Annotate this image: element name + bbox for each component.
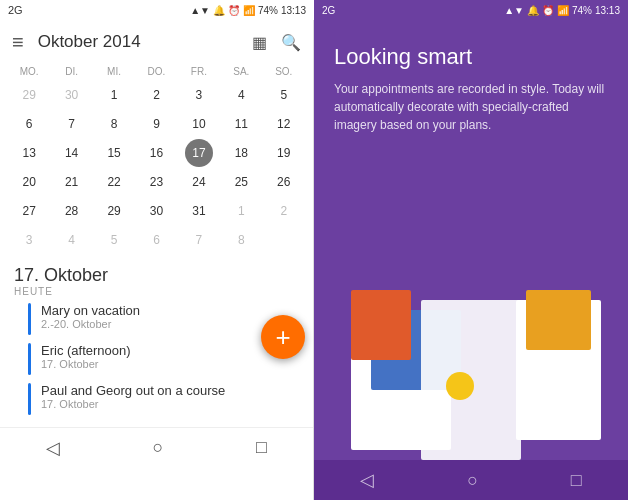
main-content: ≡ Oktober 2014 ▦ 🔍 MO. DI. MI. DO. FR. S… (0, 20, 628, 500)
cal-day[interactable]: 27 (15, 197, 43, 225)
event-date-sub: HEUTE (14, 286, 299, 297)
day-header-do: DO. (135, 64, 177, 79)
day-header-mi: MI. (93, 64, 135, 79)
cal-day[interactable]: 2 (270, 197, 298, 225)
recent-button-right[interactable]: □ (571, 470, 582, 491)
cal-day[interactable]: 14 (58, 139, 86, 167)
event-date-title: 17. Oktober (14, 265, 299, 286)
cal-day[interactable]: 2 (142, 81, 170, 109)
cal-day[interactable]: 26 (270, 168, 298, 196)
cal-day[interactable]: 3 (185, 81, 213, 109)
cal-day[interactable]: 1 (227, 197, 255, 225)
search-icon[interactable]: 🔍 (281, 33, 301, 52)
day-header-so: SO. (263, 64, 305, 79)
cal-day[interactable]: 31 (185, 197, 213, 225)
back-button[interactable]: ◁ (46, 437, 60, 459)
right-content: Looking smart Your appointments are reco… (314, 20, 628, 255)
event-title: Paul and Georg out on a course (41, 383, 299, 398)
event-details: Mary on vacation 2.-20. Oktober (41, 303, 299, 335)
menu-icon[interactable]: ≡ (12, 31, 24, 54)
back-button-right[interactable]: ◁ (360, 469, 374, 491)
event-time: 2.-20. Oktober (41, 318, 299, 330)
nav-bar-right: ◁ ○ □ (314, 460, 628, 500)
cal-week-5: 27 28 29 30 31 1 2 (8, 197, 305, 225)
event-bar (28, 383, 31, 415)
recent-button[interactable]: □ (256, 437, 267, 458)
calendar-title: Oktober 2014 (38, 32, 252, 52)
left-panel: ≡ Oktober 2014 ▦ 🔍 MO. DI. MI. DO. FR. S… (0, 20, 314, 500)
cal-day[interactable]: 19 (270, 139, 298, 167)
cal-week-3: 13 14 15 16 17 18 19 (8, 139, 305, 167)
right-panel: Looking smart Your appointments are reco… (314, 20, 628, 500)
cal-week-2: 6 7 8 9 10 11 12 (8, 110, 305, 138)
status-bar: 2G ▲▼ 🔔 ⏰ 📶 74% 13:13 2G ▲▼ 🔔 ⏰ 📶 74% 13… (0, 0, 628, 20)
cal-day[interactable]: 18 (227, 139, 255, 167)
cal-day[interactable]: 8 (227, 226, 255, 254)
home-button-right[interactable]: ○ (467, 470, 478, 491)
signal-text-right: 2G (322, 5, 335, 16)
cal-day[interactable]: 7 (185, 226, 213, 254)
status-icons-right2: ▲▼ 🔔 ⏰ 📶 74% 13:13 (504, 5, 620, 16)
cal-day[interactable]: 21 (58, 168, 86, 196)
cal-day[interactable]: 8 (100, 110, 128, 138)
fab-button[interactable]: + (261, 315, 305, 359)
cal-day[interactable]: 1 (100, 81, 128, 109)
event-bar (28, 303, 31, 335)
cal-day[interactable]: 25 (227, 168, 255, 196)
cal-day[interactable]: 11 (227, 110, 255, 138)
cal-day[interactable]: 15 (100, 139, 128, 167)
event-item[interactable]: Mary on vacation 2.-20. Oktober (28, 303, 299, 335)
cal-day[interactable]: 28 (58, 197, 86, 225)
cal-day-today[interactable]: 17 (185, 139, 213, 167)
circle-yellow (446, 372, 474, 400)
cal-week-6: 3 4 5 6 7 8 (8, 226, 305, 254)
cal-day[interactable]: 10 (185, 110, 213, 138)
calendar-view-icon[interactable]: ▦ (252, 33, 267, 52)
cal-day[interactable]: 6 (15, 110, 43, 138)
cal-day[interactable]: 16 (142, 139, 170, 167)
calendar-header: ≡ Oktober 2014 ▦ 🔍 (0, 20, 313, 64)
status-icons-right: ▲▼ 🔔 ⏰ 📶 74% 13:13 (190, 5, 306, 16)
event-item[interactable]: Eric (afternoon) 17. Oktober (28, 343, 299, 375)
right-title: Looking smart (334, 44, 608, 70)
nav-bar-left: ◁ ○ □ (0, 427, 313, 467)
cal-day[interactable]: 3 (15, 226, 43, 254)
home-button[interactable]: ○ (153, 437, 164, 458)
cal-day[interactable]: 4 (58, 226, 86, 254)
cal-day[interactable]: 9 (142, 110, 170, 138)
cal-day[interactable]: 12 (270, 110, 298, 138)
illustration-inner (341, 280, 601, 460)
event-title: Eric (afternoon) (41, 343, 299, 358)
illustration (314, 255, 628, 460)
card-orange-right (526, 290, 591, 350)
cal-day[interactable]: 7 (58, 110, 86, 138)
day-headers: MO. DI. MI. DO. FR. SA. SO. (8, 64, 305, 79)
cal-day[interactable]: 5 (100, 226, 128, 254)
cal-day[interactable] (270, 226, 298, 254)
calendar-grid: MO. DI. MI. DO. FR. SA. SO. 29 30 1 2 3 … (0, 64, 313, 255)
right-description: Your appointments are recorded in style.… (334, 80, 608, 134)
event-section: 17. Oktober HEUTE Mary on vacation 2.-20… (0, 255, 313, 427)
event-details: Eric (afternoon) 17. Oktober (41, 343, 299, 375)
cal-day[interactable]: 13 (15, 139, 43, 167)
cal-day[interactable]: 5 (270, 81, 298, 109)
cal-day[interactable]: 29 (15, 81, 43, 109)
cal-day[interactable]: 30 (58, 81, 86, 109)
cal-day[interactable]: 24 (185, 168, 213, 196)
event-item[interactable]: Paul and Georg out on a course 17. Oktob… (28, 383, 299, 415)
signal-text: 2G (8, 4, 23, 16)
cal-day[interactable]: 23 (142, 168, 170, 196)
cal-day[interactable]: 20 (15, 168, 43, 196)
cal-day[interactable]: 30 (142, 197, 170, 225)
cal-day[interactable]: 29 (100, 197, 128, 225)
card-orange-left (351, 290, 411, 360)
event-time: 17. Oktober (41, 398, 299, 410)
cal-day[interactable]: 6 (142, 226, 170, 254)
cal-day[interactable]: 22 (100, 168, 128, 196)
cal-day[interactable]: 4 (227, 81, 255, 109)
event-list: Mary on vacation 2.-20. Oktober Eric (af… (14, 303, 299, 415)
status-bar-right: 2G ▲▼ 🔔 ⏰ 📶 74% 13:13 (314, 0, 628, 20)
day-header-mo: MO. (8, 64, 50, 79)
event-time: 17. Oktober (41, 358, 299, 370)
event-title: Mary on vacation (41, 303, 299, 318)
